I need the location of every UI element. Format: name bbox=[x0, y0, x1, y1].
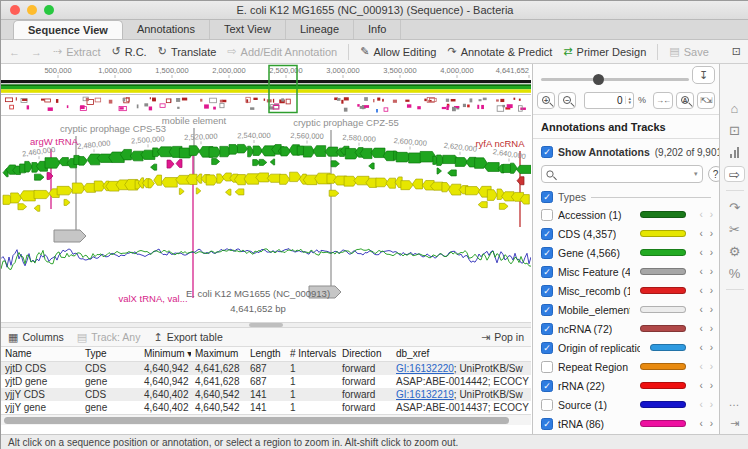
type-row-origin-of-replication-1-[interactable]: ✓Origin of replication (1)‹ › bbox=[533, 338, 719, 357]
type-color-bar[interactable] bbox=[640, 306, 686, 313]
type-prev-next-buttons[interactable]: ‹ › bbox=[691, 247, 715, 258]
annotation-search-box[interactable]: ▾ bbox=[541, 165, 703, 183]
annotations-tool-icon[interactable]: ⇨ bbox=[724, 166, 745, 182]
annotation-label-ryfa[interactable]: ryfA ncRNA bbox=[475, 138, 525, 149]
zoom-percent-input[interactable]: 0 ▴▾ bbox=[584, 92, 634, 109]
type-prev-next-buttons[interactable]: ‹ › bbox=[691, 209, 715, 220]
export-table-button[interactable]: ↥Export table bbox=[153, 331, 222, 344]
type-color-bar[interactable] bbox=[640, 401, 686, 408]
annotate-predict-button[interactable]: ↷Annotate & Predict bbox=[447, 45, 552, 58]
type-color-bar[interactable] bbox=[640, 382, 686, 389]
slider-handle[interactable] bbox=[593, 74, 604, 85]
tab-annotations[interactable]: Annotations bbox=[123, 20, 210, 39]
column-header-name[interactable]: Name bbox=[1, 347, 81, 361]
restriction-sites-tool-icon[interactable]: ✂ bbox=[729, 221, 740, 237]
type-checkbox[interactable] bbox=[541, 361, 553, 373]
column-header-direction[interactable]: Direction bbox=[338, 347, 392, 361]
genome-overview-canvas[interactable]: 500,0001,000,0001,500,0002,000,0002,500,… bbox=[1, 64, 531, 115]
type-prev-next-buttons[interactable]: ‹ › bbox=[691, 266, 715, 277]
collapse-panel-icon[interactable]: ⇥ bbox=[730, 417, 739, 430]
type-color-bar[interactable] bbox=[640, 211, 686, 218]
translate-button[interactable]: ↻Translate bbox=[158, 45, 217, 58]
toolbar-options-button[interactable]: ⊡ bbox=[732, 45, 741, 58]
identity-tool-icon[interactable]: % bbox=[729, 265, 741, 281]
scrollbar-thumb[interactable] bbox=[4, 417, 509, 424]
type-color-bar[interactable] bbox=[640, 325, 686, 332]
annotate-tool-icon[interactable]: ↷ bbox=[729, 199, 740, 215]
zoom-slider[interactable] bbox=[541, 74, 689, 85]
save-button[interactable]: ▤Save bbox=[669, 45, 708, 58]
column-header-minimum[interactable]: Minimum ▾ bbox=[140, 347, 191, 361]
add-edit-annotation-button[interactable]: ⇨Add/Edit Annotation bbox=[227, 45, 337, 58]
db-xref-link[interactable]: GI:16132219 bbox=[396, 389, 454, 400]
pop-in-button[interactable]: ⇥Pop in bbox=[481, 331, 524, 344]
column-header--intervals[interactable]: # Intervals bbox=[286, 347, 338, 361]
column-header-type[interactable]: Type bbox=[81, 347, 140, 361]
type-prev-next-buttons[interactable]: ‹ › bbox=[691, 361, 715, 372]
minimize-window-button[interactable] bbox=[27, 5, 37, 15]
type-checkbox[interactable]: ✓ bbox=[541, 323, 553, 335]
db-xref-link[interactable]: GI:16132220 bbox=[396, 363, 454, 374]
genome-overview[interactable]: 500,0001,000,0001,500,0002,000,0002,500,… bbox=[1, 64, 531, 116]
type-prev-next-buttons[interactable]: ‹ › bbox=[691, 342, 715, 353]
back-button[interactable]: ← bbox=[9, 46, 20, 58]
type-prev-next-buttons[interactable]: ‹ › bbox=[691, 418, 715, 429]
zoom-stepper[interactable]: ▴▾ bbox=[625, 96, 633, 104]
type-checkbox[interactable]: ✓ bbox=[541, 380, 553, 392]
general-tool-icon[interactable]: ⌂ bbox=[731, 100, 739, 116]
table-row[interactable]: yjtD genegene4,640,9424,641,6286871forwa… bbox=[1, 375, 531, 388]
type-row-trna-86-[interactable]: ✓tRNA (86)‹ › bbox=[533, 414, 719, 433]
reverse-complement-button[interactable]: ↺R.C. bbox=[111, 45, 146, 58]
tab-text-view[interactable]: Text View bbox=[210, 20, 286, 39]
column-header-db-xref[interactable]: db_xref bbox=[392, 347, 531, 361]
type-row-source-1-[interactable]: Source (1)‹ › bbox=[533, 395, 719, 414]
settings-tool-icon[interactable]: ⚙ bbox=[729, 243, 741, 259]
track-filter-button[interactable]: ▤Track: Any bbox=[77, 331, 141, 344]
zoom-in-button[interactable]: + bbox=[537, 92, 555, 109]
graphs-tool-icon[interactable] bbox=[730, 144, 739, 160]
annotation-label-argw[interactable]: argW tRNA bbox=[30, 136, 79, 147]
extract-button[interactable]: ⇢Extract bbox=[53, 45, 100, 58]
type-row-cds-4-357-[interactable]: ✓CDS (4,357)‹ › bbox=[533, 224, 719, 243]
search-input[interactable] bbox=[558, 169, 690, 180]
type-row-accession-1-[interactable]: Accession (1)‹ › bbox=[533, 205, 719, 224]
annotation-label-valx[interactable]: valX tRNA, val... bbox=[118, 293, 187, 304]
callout-flag-cps53[interactable] bbox=[54, 230, 86, 242]
table-row[interactable]: yjtD CDSCDS4,640,9424,641,6286871forward… bbox=[1, 362, 531, 375]
type-prev-next-buttons[interactable]: ‹ › bbox=[691, 228, 715, 239]
type-color-bar[interactable] bbox=[640, 249, 686, 256]
type-checkbox[interactable]: ✓ bbox=[541, 228, 553, 240]
types-checkbox[interactable]: ✓ bbox=[541, 191, 553, 203]
jump-to-end-button[interactable]: ↧ bbox=[692, 66, 715, 84]
forward-button[interactable]: → bbox=[31, 46, 42, 58]
annotation-label-cpz55[interactable]: cryptic prophage CPZ-55 bbox=[293, 117, 399, 128]
type-color-bar[interactable] bbox=[640, 420, 686, 427]
type-row-misc-feature-48-[interactable]: ✓Misc Feature (48)‹ › bbox=[533, 262, 719, 281]
more-tools-icon[interactable]: … bbox=[729, 396, 741, 408]
type-checkbox[interactable] bbox=[541, 399, 553, 411]
fit-to-width-button[interactable]: →← bbox=[653, 92, 673, 109]
type-checkbox[interactable]: ✓ bbox=[541, 266, 553, 278]
zoom-to-selection-button[interactable]: A bbox=[676, 92, 694, 109]
type-checkbox[interactable] bbox=[541, 209, 553, 221]
type-color-bar[interactable] bbox=[640, 363, 686, 370]
type-checkbox[interactable]: ✓ bbox=[541, 247, 553, 259]
column-header-maximum[interactable]: Maximum bbox=[191, 347, 246, 361]
tab-info[interactable]: Info bbox=[354, 20, 401, 39]
type-checkbox[interactable]: ✓ bbox=[541, 285, 553, 297]
type-color-bar[interactable] bbox=[640, 230, 686, 237]
table-horizontal-scrollbar[interactable] bbox=[1, 414, 531, 425]
sequence-view-svg[interactable]: 2,460,0002,480,0002,500,0002,520,0002,54… bbox=[1, 116, 531, 322]
tab-lineage[interactable]: Lineage bbox=[286, 20, 354, 39]
type-color-bar[interactable] bbox=[640, 287, 686, 294]
type-prev-next-buttons[interactable]: ‹ › bbox=[691, 399, 715, 410]
splitter-handle[interactable] bbox=[249, 323, 283, 327]
type-checkbox[interactable]: ✓ bbox=[541, 304, 553, 316]
type-prev-next-buttons[interactable]: ‹ › bbox=[691, 304, 715, 315]
show-annotations-checkbox[interactable]: ✓ bbox=[541, 146, 553, 158]
type-prev-next-buttons[interactable]: ‹ › bbox=[691, 380, 715, 391]
maximize-window-button[interactable] bbox=[44, 5, 54, 15]
type-prev-next-buttons[interactable]: ‹ › bbox=[691, 285, 715, 296]
annotation-label-cps53[interactable]: cryptic prophage CPS-53 bbox=[60, 123, 166, 134]
table-row[interactable]: yjjY genegene4,640,4024,640,5421411forwa… bbox=[1, 401, 531, 414]
